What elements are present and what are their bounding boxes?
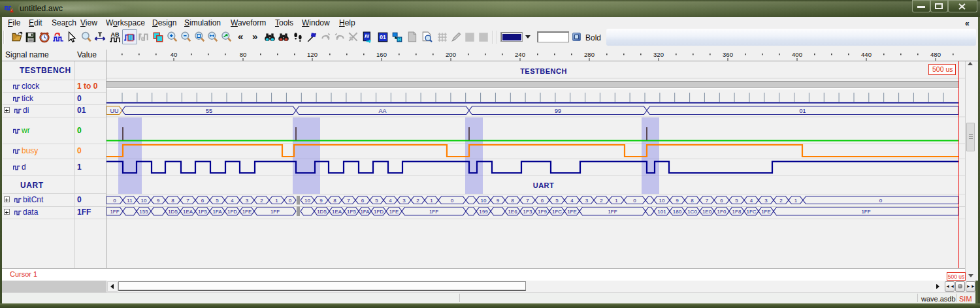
svg-text:0: 0: [451, 198, 454, 204]
svg-text:3: 3: [585, 198, 589, 204]
svg-text:1FF: 1FF: [110, 209, 119, 215]
svg-text:155: 155: [139, 209, 148, 215]
svg-text:1FA: 1FA: [212, 209, 222, 215]
svg-text:8: 8: [333, 198, 336, 204]
svg-text:10: 10: [141, 198, 147, 204]
svg-text:6: 6: [720, 198, 723, 204]
svg-text:1FF: 1FF: [861, 209, 870, 215]
svg-text:2: 2: [600, 198, 603, 204]
svg-text:1E6: 1E6: [508, 209, 517, 215]
svg-text:1F3: 1F3: [523, 209, 532, 215]
svg-text:10: 10: [481, 198, 487, 204]
svg-text:8: 8: [691, 198, 694, 204]
svg-text:UART: UART: [533, 181, 555, 189]
svg-text:1: 1: [430, 198, 433, 204]
svg-text:7: 7: [706, 198, 709, 204]
svg-text:10: 10: [304, 198, 310, 204]
svg-text:199: 199: [479, 209, 488, 215]
svg-text:7: 7: [186, 198, 189, 204]
svg-text:5: 5: [375, 198, 378, 204]
svg-text:360: 360: [723, 51, 733, 58]
svg-text:1FD: 1FD: [227, 209, 237, 215]
svg-text:1FE: 1FE: [567, 209, 577, 215]
svg-text:120: 120: [307, 51, 318, 58]
svg-text:11: 11: [127, 198, 133, 204]
svg-text:1EA: 1EA: [332, 209, 342, 215]
svg-text:1: 1: [794, 198, 798, 204]
svg-text:55: 55: [206, 108, 212, 114]
svg-text:240: 240: [515, 51, 525, 58]
svg-text:180: 180: [673, 209, 682, 215]
svg-text:8: 8: [171, 198, 174, 204]
svg-text:1F0: 1F0: [717, 209, 727, 215]
svg-text:9: 9: [157, 198, 160, 204]
svg-text:6: 6: [361, 198, 365, 204]
svg-text:1E0: 1E0: [702, 209, 712, 215]
svg-text:0: 0: [633, 198, 636, 204]
svg-text:7: 7: [347, 198, 350, 204]
svg-text:4: 4: [750, 198, 753, 204]
svg-text:0: 0: [879, 198, 883, 204]
svg-text:80: 80: [240, 51, 247, 58]
svg-text:1F9: 1F9: [538, 209, 547, 215]
svg-text:0: 0: [113, 198, 116, 204]
svg-text:AB: AB: [111, 31, 120, 38]
svg-text:UU: UU: [110, 108, 119, 114]
svg-text:280: 280: [584, 51, 595, 58]
svg-text:320: 320: [653, 51, 664, 58]
svg-text:1FE: 1FE: [242, 209, 252, 215]
svg-text:8: 8: [511, 198, 514, 204]
svg-text:1FE: 1FE: [761, 209, 771, 215]
svg-text:5: 5: [216, 198, 219, 204]
svg-text:4: 4: [389, 198, 392, 204]
svg-text:1FF: 1FF: [270, 209, 280, 215]
svg-text:99: 99: [555, 108, 561, 114]
svg-text:01: 01: [799, 108, 806, 114]
svg-text:1FC: 1FC: [746, 209, 756, 215]
svg-text:1: 1: [615, 198, 618, 204]
svg-text:1: 1: [275, 198, 278, 204]
svg-text:1EA: 1EA: [183, 209, 193, 215]
svg-text:9: 9: [497, 198, 500, 204]
svg-text:1F5: 1F5: [347, 209, 356, 215]
svg-text:1FC: 1FC: [552, 209, 562, 215]
svg-text:200: 200: [446, 51, 456, 58]
svg-text:3: 3: [246, 198, 249, 204]
svg-text:400: 400: [792, 51, 802, 58]
svg-text:5: 5: [555, 198, 559, 204]
svg-text:9: 9: [319, 198, 323, 204]
svg-text:1F5: 1F5: [198, 209, 207, 215]
svg-text:1FA: 1FA: [360, 209, 370, 215]
svg-text:1FE: 1FE: [389, 209, 399, 215]
svg-text:1D5: 1D5: [168, 209, 178, 215]
svg-text:5: 5: [735, 198, 738, 204]
svg-text:480: 480: [930, 51, 941, 58]
svg-text:160: 160: [376, 51, 387, 58]
svg-text:2: 2: [260, 198, 263, 204]
svg-text:1FF: 1FF: [608, 209, 617, 215]
svg-text:10: 10: [659, 198, 665, 204]
svg-text:2: 2: [779, 198, 783, 204]
svg-text:101: 101: [657, 209, 666, 215]
svg-text:1C0: 1C0: [687, 209, 697, 215]
svg-text:1FD: 1FD: [374, 209, 384, 215]
svg-text:0: 0: [289, 198, 292, 204]
svg-text:4: 4: [231, 198, 234, 204]
svg-text:01: 01: [380, 34, 386, 40]
svg-text:440: 440: [861, 51, 872, 58]
svg-text:1FF: 1FF: [429, 209, 438, 215]
svg-text:9: 9: [676, 198, 679, 204]
svg-text:6: 6: [201, 198, 204, 204]
svg-text:AA: AA: [378, 108, 386, 114]
svg-text:40: 40: [171, 51, 178, 58]
svg-text:3: 3: [402, 198, 406, 204]
svg-text:4: 4: [570, 198, 574, 204]
svg-text:TESTBENCH: TESTBENCH: [520, 67, 567, 75]
svg-text:1F8: 1F8: [732, 209, 742, 215]
svg-text:2: 2: [416, 198, 419, 204]
svg-text:7: 7: [526, 198, 529, 204]
svg-text:3: 3: [764, 198, 768, 204]
svg-text:6: 6: [541, 198, 544, 204]
svg-text:1D5: 1D5: [317, 209, 327, 215]
